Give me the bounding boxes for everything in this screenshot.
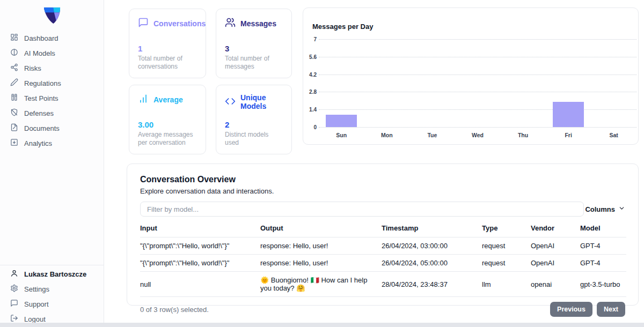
user-name: Lukasz Bartoszcze [24, 270, 86, 278]
y-axis-tick: 1.4 [303, 107, 317, 113]
filter-input[interactable] [140, 202, 584, 217]
table-row[interactable]: null🌞 Buongiorno! 🇮🇹 How can I help you … [140, 272, 626, 297]
message-square-icon [10, 299, 18, 309]
table-cell: llm [482, 272, 531, 297]
table-cell: openai [531, 272, 580, 297]
y-axis-tick: 7 [303, 36, 317, 42]
sidebar-item-defenses[interactable]: Defenses [0, 106, 104, 121]
sidebar-item-analytics[interactable]: Analytics [0, 136, 104, 151]
bar-sun[interactable] [326, 115, 357, 127]
x-axis-label: Sun [336, 132, 347, 138]
rows-selected-status: 0 of 3 row(s) selected. [140, 306, 209, 314]
y-axis-tick: 5.6 [303, 54, 317, 60]
bar-fri[interactable] [553, 102, 584, 127]
gridline [319, 75, 636, 75]
column-header-timestamp: Timestamp [382, 221, 482, 237]
window-bottom-edge [0, 323, 644, 327]
table-cell: 26/04/2024, 03:00:00 [382, 237, 482, 255]
column-header-output: Output [260, 221, 382, 237]
table-cell: GPT-4 [580, 237, 626, 255]
conversation-overview-card: Conversation Overview Explore conversati… [127, 164, 639, 306]
table-cell: 26/04/2024, 05:00:00 [382, 255, 482, 272]
user-menu[interactable]: Lukasz Bartoszcze [0, 266, 104, 281]
sidebar-item-label: Settings [24, 285, 49, 293]
stat-value: 2 [225, 120, 283, 129]
table-cell: request [482, 237, 531, 255]
x-axis-label: Thu [518, 132, 528, 138]
stat-title: Unique Models [240, 93, 283, 110]
table-row[interactable]: "{\"prompt\":\"Hello, world!\"}"response… [140, 237, 626, 255]
stat-title: Conversations [153, 19, 206, 28]
pen-icon [10, 78, 18, 88]
shield-off-icon [10, 108, 18, 118]
table-row[interactable]: "{\"prompt\":\"Hello, world!\"}"response… [140, 255, 626, 272]
sidebar-item-label: AI Models [24, 49, 55, 57]
chart-title: Messages per Day [312, 23, 373, 31]
next-page-button[interactable]: Next [597, 302, 625, 317]
stat-value: 3.00 [138, 120, 197, 129]
pagination: Previous Next [550, 302, 625, 317]
stat-subtitle: Total number of messages [225, 55, 283, 70]
message-square-icon [138, 17, 149, 29]
x-axis-label: Sat [610, 132, 618, 138]
stat-subtitle: Total number of conversations [138, 55, 197, 70]
sidebar-item-label: Documents [24, 124, 60, 132]
stat-title: Messages [240, 19, 276, 28]
sidebar-item-label: Risks [24, 64, 41, 72]
x-axis-label: Wed [472, 132, 484, 138]
previous-page-button[interactable]: Previous [550, 302, 592, 317]
messages-per-day-chart: Messages per Day 01.42.84.25.67SunMonTue… [303, 8, 639, 145]
sidebar-item-documents[interactable]: Documents [0, 121, 104, 136]
sidebar-item-settings[interactable]: Settings [0, 281, 104, 296]
stat-subtitle: Distinct models used [225, 131, 283, 146]
sidebar-item-label: Support [24, 300, 49, 308]
sidebar-item-risks[interactable]: Risks [0, 61, 104, 76]
table-header-row: InputOutputTimestampTypeVendorModel [140, 221, 626, 237]
y-axis-tick: 0 [303, 124, 317, 130]
columns-dropdown-button[interactable]: Columns [585, 205, 625, 213]
sidebar-item-support[interactable]: Support [0, 296, 104, 311]
column-header-vendor: Vendor [531, 221, 580, 237]
table-footer: 0 of 3 row(s) selected. Previous Next [140, 302, 625, 317]
x-axis-label: Tue [427, 132, 437, 138]
sidebar-footer: Lukasz Bartoszcze Settings Support Logou… [0, 265, 104, 326]
sidebar-item-label: Logout [24, 315, 46, 323]
sidebar-item-test-points[interactable]: Test Points [0, 91, 104, 106]
y-axis-tick: 4.2 [303, 71, 317, 77]
stat-card-unique-models: Unique Models 2 Distinct models used [216, 85, 292, 154]
gridline [319, 127, 636, 128]
stat-card-conversations: Conversations 1 Total number of conversa… [129, 9, 206, 78]
table-cell: "{\"prompt\":\"Hello, world!\"}" [140, 255, 260, 272]
code-icon [225, 96, 236, 108]
stat-card-average: Average 3.00 Average messages per conver… [129, 85, 206, 154]
sidebar-item-ai-models[interactable]: AI Models [0, 46, 104, 61]
table-cell: GPT-4 [580, 255, 626, 272]
risks-icon [10, 63, 18, 73]
file-icon [10, 123, 18, 133]
stat-value: 3 [225, 44, 283, 53]
analytics-icon [10, 138, 18, 148]
sidebar-item-regulations[interactable]: Regulations [0, 76, 104, 91]
x-axis-label: Fri [565, 132, 572, 138]
sidebar: Dashboard AI Models Risks Regulations Te… [0, 0, 104, 323]
user-icon [10, 269, 18, 279]
stat-title: Average [153, 95, 183, 104]
dashboard-icon [10, 33, 18, 43]
stat-value: 1 [138, 44, 197, 53]
y-axis-tick: 2.8 [303, 89, 317, 95]
column-header-type: Type [482, 221, 531, 237]
sidebar-item-label: Regulations [24, 79, 61, 87]
table-controls: Columns [140, 202, 625, 217]
table-subtitle: Explore conversation data and interactio… [140, 187, 625, 195]
stat-subtitle: Average messages per conversation [138, 131, 197, 146]
conversation-table: InputOutputTimestampTypeVendorModel "{\"… [140, 221, 626, 297]
sidebar-item-dashboard[interactable]: Dashboard [0, 31, 104, 46]
test-points-icon [10, 93, 18, 103]
sidebar-item-label: Defenses [24, 109, 54, 117]
table-cell: gpt-3.5-turbo [580, 272, 626, 297]
sidebar-item-label: Test Points [24, 94, 58, 102]
gear-icon [10, 284, 18, 294]
table-cell: response: Hello, user! [260, 237, 382, 255]
bar-chart-icon [138, 93, 149, 106]
ai-models-icon [10, 48, 18, 58]
